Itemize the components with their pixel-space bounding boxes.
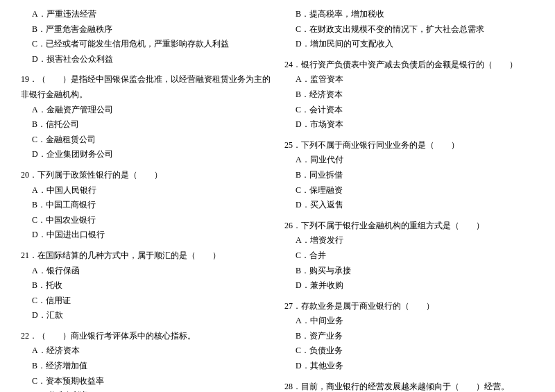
q26-option-d: D．兼并收购: [284, 278, 534, 293]
option-c-23-cont: C．在财政支出规模不变的情况下，扩大社会总需求: [284, 22, 534, 37]
question-25: 25．下列不属于商业银行同业业务的是（ ） A．同业代付 B．同业拆借 C．保理…: [284, 138, 534, 213]
question-24-text: 24．银行资产负债表中资产减去负债后的金额是银行的（ ）: [284, 58, 534, 73]
q19-option-a: A．金融资产管理公司: [21, 103, 271, 118]
q26-option-c: C．合并: [284, 248, 534, 264]
question-27: 27．存款业务是属于商业银行的（ ） A．中间业务 B．资产业务 C．负债业务 …: [284, 299, 534, 374]
prev-question-options-right: B．提高税率，增加税收 C．在财政支出规模不变的情况下，扩大社会总需求 D．增加…: [284, 7, 534, 52]
question-25-text: 25．下列不属于商业银行同业业务的是（ ）: [284, 138, 534, 153]
q27-option-d: D．其他业务: [284, 359, 534, 374]
q26-option-a: A．增资发行: [284, 233, 534, 248]
question-21: 21．在国际结算的几种方式中，属于顺汇的是（ ） A．银行保函 B．托收 C．信…: [21, 248, 271, 323]
q20-option-b: B．中国工商银行: [21, 198, 271, 213]
q25-option-c: C．保理融资: [284, 183, 534, 198]
question-27-text: 27．存款业务是属于商业银行的（ ）: [284, 299, 534, 314]
q24-option-d: D．市场资本: [284, 117, 534, 133]
q24-option-a: A．监管资本: [284, 72, 534, 87]
q25-option-a: A．同业代付: [284, 153, 534, 168]
question-20-text: 20．下列属于政策性银行的是（ ）: [21, 168, 271, 183]
right-column: B．提高税率，增加税收 C．在财政支出规模不变的情况下，扩大社会总需求 D．增加…: [278, 7, 534, 392]
q26-option-b: B．购买与承接: [284, 264, 534, 279]
question-19-text: 19．（ ）是指经中国银保监会批准，以经营融资租赁业务为主的非银行金融机构。: [21, 72, 271, 102]
q24-option-b: B．经济资本: [284, 87, 534, 103]
q24-option-c: C．会计资本: [284, 103, 534, 118]
left-column: A．严重违法经营 B．严重危害金融秩序 C．已经或者可能发生信用危机，严重影响存…: [21, 7, 278, 392]
q19-option-b: B．信托公司: [21, 117, 271, 133]
option-b-23-cont: B．提高税率，增加税收: [284, 7, 534, 22]
q21-option-c: C．信用证: [21, 293, 271, 309]
q27-option-c: C．负债业务: [284, 343, 534, 359]
option-a-18: A．严重违法经营: [21, 7, 271, 22]
q22-option-a: A．经济资本: [21, 343, 271, 359]
q20-option-d: D．中国进出口银行: [21, 228, 271, 243]
q19-option-c: C．金融租赁公司: [21, 133, 271, 148]
q21-option-a: A．银行保函: [21, 264, 271, 279]
question-22-text: 22．（ ）商业银行考评体系中的核心指标。: [21, 329, 271, 344]
question-20: 20．下列属于政策性银行的是（ ） A．中国人民银行 B．中国工商银行 C．中国…: [21, 168, 271, 243]
q22-option-c: C．资本预期收益率: [21, 374, 271, 389]
q25-option-d: D．买入返售: [284, 198, 534, 213]
q21-option-b: B．托收: [21, 278, 271, 293]
q20-option-a: A．中国人民银行: [21, 183, 271, 198]
q22-option-d: D．税后净利润: [21, 389, 271, 392]
question-24: 24．银行资产负债表中资产减去负债后的金额是银行的（ ） A．监管资本 B．经济…: [284, 58, 534, 133]
q22-option-b: B．经济增加值: [21, 359, 271, 374]
q25-option-b: B．同业拆借: [284, 168, 534, 183]
question-28: 28．目前，商业银行的经营发展越来越倾向于（ ）经营。 A．专业化 B．多元化: [284, 380, 534, 392]
option-d-23-cont: D．增加民间的可支配收入: [284, 37, 534, 52]
question-26-text: 26．下列不属于银行业金融机构的重组方式是（ ）: [284, 219, 534, 234]
q19-option-d: D．企业集团财务公司: [21, 147, 271, 162]
prev-question-options: A．严重违法经营 B．严重危害金融秩序 C．已经或者可能发生信用危机，严重影响存…: [21, 7, 271, 67]
question-26: 26．下列不属于银行业金融机构的重组方式是（ ） A．增资发行 C．合并 B．购…: [284, 219, 534, 293]
question-19: 19．（ ）是指经中国银保监会批准，以经营融资租赁业务为主的非银行金融机构。 A…: [21, 72, 271, 162]
q21-option-d: D．汇款: [21, 308, 271, 323]
q27-option-b: B．资产业务: [284, 329, 534, 344]
question-22: 22．（ ）商业银行考评体系中的核心指标。 A．经济资本 B．经济增加值 C．资…: [21, 329, 271, 392]
option-b-18: B．严重危害金融秩序: [21, 22, 271, 37]
option-d-18: D．损害社会公众利益: [21, 52, 271, 67]
question-21-text: 21．在国际结算的几种方式中，属于顺汇的是（ ）: [21, 248, 271, 264]
option-c-18: C．已经或者可能发生信用危机，严重影响存款人利益: [21, 37, 271, 52]
question-28-text: 28．目前，商业银行的经营发展越来越倾向于（ ）经营。: [284, 380, 534, 392]
q27-option-a: A．中间业务: [284, 314, 534, 329]
q20-option-c: C．中国农业银行: [21, 213, 271, 228]
